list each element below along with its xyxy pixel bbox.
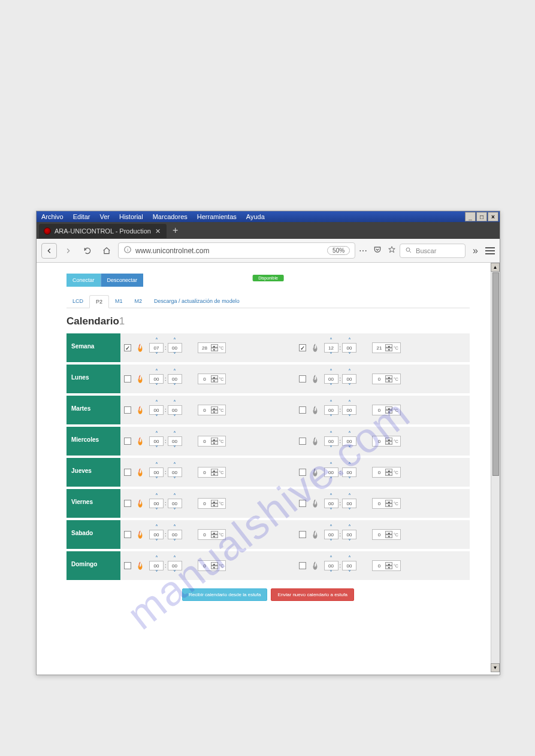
close-window-button[interactable]: × xyxy=(488,212,498,221)
nav-tab-m2[interactable]: M2 xyxy=(129,295,149,308)
spinner-up[interactable]: ˄ xyxy=(330,338,333,343)
spinner-up[interactable]: ˄ xyxy=(155,400,158,405)
spinner-up[interactable]: ˄ xyxy=(173,338,176,343)
spinner-down[interactable]: ˅ xyxy=(348,446,351,451)
temp-down[interactable]: ▾ xyxy=(385,410,392,414)
temp-input[interactable]: 0▴▾°C xyxy=(198,405,226,415)
temp-down[interactable]: ▾ xyxy=(211,441,218,445)
spinner-down[interactable]: ˅ xyxy=(330,508,333,513)
spinner-up[interactable]: ˄ xyxy=(330,432,333,436)
bookmark-star-icon[interactable] xyxy=(388,245,396,256)
spinner-up[interactable]: ˄ xyxy=(155,525,158,530)
spinner-down[interactable]: ˅ xyxy=(330,353,333,357)
receive-calendar-button[interactable]: Recibir calendario desde la estufa xyxy=(182,588,268,601)
spinner-down[interactable]: ˅ xyxy=(173,446,176,451)
spinner-up[interactable]: ˄ xyxy=(330,369,333,374)
spinner-up[interactable]: ˄ xyxy=(348,400,351,405)
menu-ayuda[interactable]: Ayuda xyxy=(241,211,270,222)
temp-down[interactable]: ▾ xyxy=(385,348,392,351)
spinner-down[interactable]: ˅ xyxy=(155,477,158,482)
home-button[interactable] xyxy=(99,243,114,259)
spinner-down[interactable]: ˅ xyxy=(348,539,351,544)
nav-tab-p2[interactable]: P2 xyxy=(89,295,109,308)
temp-input[interactable]: 0▴▾°C xyxy=(372,436,401,447)
spinner-down[interactable]: ˅ xyxy=(330,446,333,451)
temp-down[interactable]: ▾ xyxy=(385,535,392,538)
menu-marcadores[interactable]: Marcadores xyxy=(148,211,192,222)
temp-down[interactable]: ▾ xyxy=(385,441,392,445)
tab-close-button[interactable]: ✕ xyxy=(155,227,162,235)
temp-down[interactable]: ▾ xyxy=(385,379,392,382)
temp-input[interactable]: 0▴▾°C xyxy=(198,467,226,478)
enable-checkbox[interactable] xyxy=(124,469,131,476)
enable-checkbox[interactable] xyxy=(124,500,131,507)
spinner-down[interactable]: ˅ xyxy=(173,477,176,482)
search-bar[interactable]: Buscar xyxy=(400,244,466,258)
menu-historial[interactable]: Historial xyxy=(114,211,148,222)
browser-tab[interactable]: ARA-UNICONTROL - Production ✕ xyxy=(39,224,167,238)
spinner-down[interactable]: ˅ xyxy=(155,353,158,357)
connect-button[interactable]: Conectar xyxy=(67,274,101,287)
temp-down[interactable]: ▾ xyxy=(211,348,218,351)
spinner-down[interactable]: ˅ xyxy=(330,415,333,420)
spinner-up[interactable]: ˄ xyxy=(173,369,176,374)
spinner-up[interactable]: ˄ xyxy=(330,463,333,467)
spinner-up[interactable]: ˄ xyxy=(330,556,333,561)
spinner-up[interactable]: ˄ xyxy=(330,494,333,499)
spinner-down[interactable]: ˅ xyxy=(155,570,158,575)
spinner-down[interactable]: ˅ xyxy=(330,570,333,575)
spinner-up[interactable]: ˄ xyxy=(348,338,351,343)
disconnect-button[interactable]: Desconectar xyxy=(101,274,144,287)
temp-down[interactable]: ▾ xyxy=(211,535,218,538)
spinner-down[interactable]: ˅ xyxy=(173,415,176,420)
spinner-down[interactable]: ˅ xyxy=(155,384,158,388)
enable-checkbox[interactable] xyxy=(299,438,306,445)
spinner-down[interactable]: ˅ xyxy=(173,570,176,575)
spinner-down[interactable]: ˅ xyxy=(348,384,351,388)
enable-checkbox[interactable] xyxy=(124,406,131,414)
temp-input[interactable]: 0▴▾°C xyxy=(198,374,226,384)
spinner-up[interactable]: ˄ xyxy=(155,369,158,374)
menu-archivo[interactable]: Archivo xyxy=(37,211,68,222)
new-tab-button[interactable]: + xyxy=(167,225,184,236)
forward-button[interactable] xyxy=(61,243,76,259)
temp-input[interactable]: 0▴▾°C xyxy=(198,560,226,571)
scroll-up-button[interactable]: ▲ xyxy=(491,263,500,272)
enable-checkbox[interactable]: ✓ xyxy=(124,344,131,351)
spinner-up[interactable]: ˄ xyxy=(348,463,351,467)
spinner-down[interactable]: ˅ xyxy=(173,353,176,357)
zoom-badge[interactable]: 50% xyxy=(327,246,350,255)
temp-input[interactable]: 0▴▾°C xyxy=(198,529,226,540)
temp-down[interactable]: ▾ xyxy=(385,472,392,476)
temp-down[interactable]: ▾ xyxy=(211,410,218,414)
enable-checkbox[interactable] xyxy=(124,531,131,538)
info-icon[interactable]: i xyxy=(123,245,132,256)
temp-down[interactable]: ▾ xyxy=(211,379,218,382)
nav-tab-m1[interactable]: M1 xyxy=(109,295,129,308)
overflow-button[interactable]: » xyxy=(469,245,482,256)
spinner-down[interactable]: ˅ xyxy=(330,539,333,544)
temp-input[interactable]: 0▴▾°C xyxy=(372,498,401,509)
minimize-button[interactable]: _ xyxy=(465,212,476,221)
more-actions-icon[interactable]: ⋯ xyxy=(359,246,367,256)
spinner-up[interactable]: ˄ xyxy=(155,432,158,436)
menu-herramientas[interactable]: Herramientas xyxy=(192,211,241,222)
spinner-up[interactable]: ˄ xyxy=(173,463,176,467)
spinner-down[interactable]: ˅ xyxy=(348,477,351,482)
temp-down[interactable]: ▾ xyxy=(385,566,392,569)
spinner-down[interactable]: ˅ xyxy=(348,570,351,575)
temp-input[interactable]: 0▴▾°C xyxy=(372,529,401,540)
spinner-down[interactable]: ˅ xyxy=(330,477,333,482)
spinner-up[interactable]: ˄ xyxy=(155,463,158,467)
temp-down[interactable]: ▾ xyxy=(211,503,218,507)
spinner-up[interactable]: ˄ xyxy=(348,494,351,499)
send-calendar-button[interactable]: Enviar nuevo calendario a estufa xyxy=(271,588,354,601)
spinner-down[interactable]: ˅ xyxy=(155,415,158,420)
enable-checkbox[interactable] xyxy=(124,438,131,445)
scroll-down-button[interactable]: ▼ xyxy=(491,663,500,672)
spinner-up[interactable]: ˄ xyxy=(348,369,351,374)
temp-input[interactable]: 0▴▾°C xyxy=(372,374,401,384)
spinner-down[interactable]: ˅ xyxy=(348,415,351,420)
spinner-up[interactable]: ˄ xyxy=(348,556,351,561)
url-bar[interactable]: i www.unicontrolnet.com 50% xyxy=(118,242,355,259)
